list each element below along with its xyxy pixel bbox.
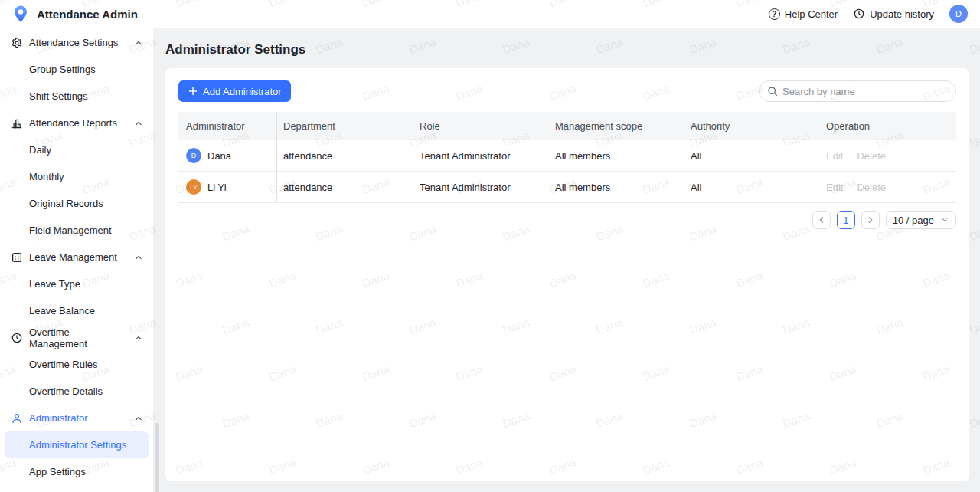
sidebar: Attendance Settings Group Settings Shift… [0, 28, 153, 492]
page-size-label: 10 / page [893, 215, 934, 226]
department-cell: attendance [277, 172, 413, 202]
sidebar-item-original-records[interactable]: Original Records [0, 190, 153, 217]
sidebar-item-group-settings[interactable]: Group Settings [0, 56, 153, 83]
sidebar-scrollbar[interactable] [155, 423, 159, 492]
prev-page-button[interactable] [812, 211, 831, 229]
administrator-name: Li Yi [207, 182, 227, 193]
search-icon [766, 85, 779, 97]
chevron-left-icon [816, 215, 827, 225]
sidebar-group-overtime-management[interactable]: Overtime Management [0, 324, 153, 351]
department-cell: attendance [277, 140, 413, 171]
history-clock-icon [853, 8, 865, 20]
column-header: Administrator [178, 112, 277, 140]
help-center-label: Help Center [785, 8, 838, 20]
pagination: 1 10 / page [178, 211, 956, 229]
role-cell: Tenant Administrator [413, 172, 549, 202]
page-title: Administrator Settings [165, 42, 969, 57]
chevron-up-icon [133, 333, 144, 343]
column-header: Operation [820, 112, 956, 140]
page-size-select[interactable]: 10 / page [886, 211, 956, 229]
sidebar-item-overtime-details[interactable]: Overtime Details [0, 378, 153, 405]
sidebar-group-attendance-settings[interactable]: Attendance Settings [0, 29, 153, 56]
sidebar-item-label: Administrator [29, 412, 88, 424]
sidebar-item-leave-balance[interactable]: Leave Balance [0, 297, 153, 324]
help-center-button[interactable]: ? Help Center [769, 8, 838, 20]
app-title: Attendance Admin [37, 8, 138, 21]
add-administrator-button[interactable]: Add Administrator [178, 80, 291, 102]
column-header: Department [277, 112, 413, 140]
sidebar-item-label: Attendance Reports [29, 117, 117, 129]
app-logo-icon [11, 4, 31, 24]
sidebar-item-daily[interactable]: Daily [0, 136, 153, 163]
admin-table: Administrator Department Role Management… [178, 112, 956, 203]
administrator-name: Dana [207, 150, 231, 162]
edit-link[interactable]: Edit [826, 150, 843, 162]
table-header: Administrator Department Role Management… [178, 112, 956, 140]
chevron-down-icon [940, 215, 949, 225]
avatar: D [186, 148, 201, 163]
brand: Attendance Admin [11, 4, 138, 24]
delete-link[interactable]: Delete [857, 182, 886, 193]
table-row: LY Li Yi attendance Tenant Administrator… [178, 172, 956, 203]
sidebar-item-overtime-rules[interactable]: Overtime Rules [0, 351, 153, 378]
edit-link[interactable]: Edit [826, 182, 843, 193]
main-content: Administrator Settings Add Administrator [153, 28, 980, 492]
bar-chart-icon [11, 117, 23, 130]
chevron-up-icon [133, 38, 144, 48]
sidebar-item-monthly[interactable]: Monthly [0, 163, 153, 190]
delete-link[interactable]: Delete [857, 150, 886, 162]
search-input[interactable] [759, 80, 956, 102]
person-icon [11, 412, 23, 425]
content-card: Add Administrator Administrator Departme… [165, 68, 969, 481]
sidebar-group-leave-management[interactable]: Leave Management [0, 244, 153, 271]
chevron-up-icon [133, 413, 144, 424]
update-history-label: Update history [870, 8, 934, 20]
calendar-grid-icon [11, 251, 23, 264]
authority-cell: All [684, 172, 820, 202]
add-administrator-label: Add Administrator [203, 86, 282, 97]
sidebar-item-leave-type[interactable]: Leave Type [0, 271, 153, 297]
chevron-up-icon [133, 252, 144, 263]
sidebar-item-label: Leave Management [29, 251, 117, 263]
next-page-button[interactable] [861, 211, 880, 229]
sidebar-item-label: Overtime Management [29, 326, 127, 349]
sidebar-group-administrator[interactable]: Administrator [0, 405, 153, 431]
update-history-button[interactable]: Update history [853, 8, 934, 20]
authority-cell: All [684, 140, 820, 171]
sidebar-item-shift-settings[interactable]: Shift Settings [0, 83, 153, 110]
column-header: Role [413, 112, 549, 140]
page-number-button[interactable]: 1 [837, 211, 855, 229]
table-row: D Dana attendance Tenant Administrator A… [178, 140, 956, 172]
question-circle-icon: ? [769, 8, 780, 20]
user-avatar[interactable]: D [949, 5, 968, 23]
topbar: Attendance Admin ? Help Center Update hi… [0, 0, 980, 28]
sidebar-item-label: Attendance Settings [29, 37, 118, 48]
column-header: Management scope [549, 112, 684, 140]
sidebar-item-administrator-settings[interactable]: Administrator Settings [5, 431, 149, 458]
chevron-right-icon [865, 215, 876, 225]
plus-icon [188, 86, 198, 97]
sidebar-group-attendance-reports[interactable]: Attendance Reports [0, 110, 153, 136]
chevron-up-icon [133, 118, 144, 129]
avatar: LY [186, 179, 201, 195]
column-header: Authority [684, 112, 820, 140]
scope-cell: All members [549, 140, 684, 171]
clock-icon [11, 332, 23, 344]
scope-cell: All members [549, 172, 684, 202]
gear-icon [11, 37, 23, 49]
role-cell: Tenant Administrator [413, 140, 549, 171]
sidebar-item-app-settings[interactable]: App Settings [0, 458, 153, 485]
sidebar-item-field-management[interactable]: Field Management [0, 217, 153, 244]
